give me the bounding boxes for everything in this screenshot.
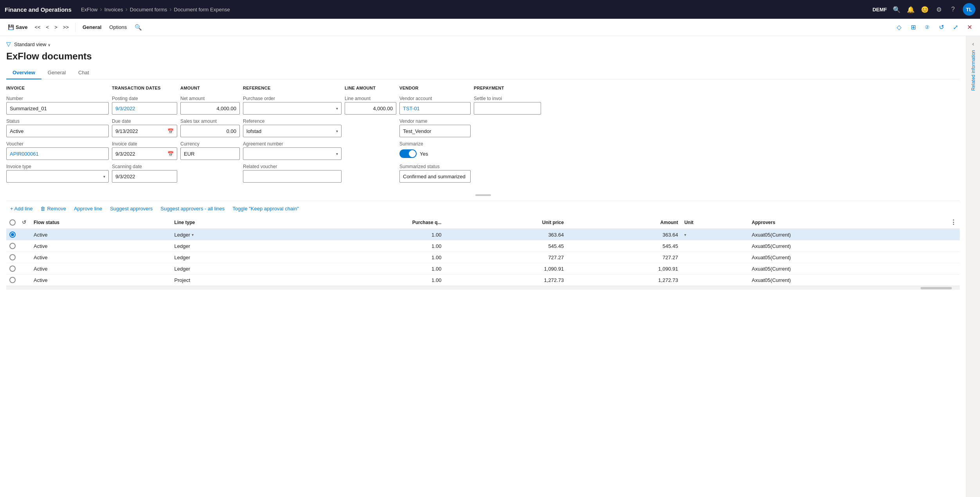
help-icon[interactable]: ? xyxy=(949,5,957,14)
summarize-toggle[interactable] xyxy=(399,149,417,158)
related-voucher-input[interactable] xyxy=(243,170,342,183)
table-row: ActiveLedger1.00727.27727.27Axuat05(Curr… xyxy=(6,252,960,263)
purchase-order-select[interactable]: ▾ xyxy=(243,102,342,115)
row-radio[interactable] xyxy=(9,243,16,249)
row-line-type[interactable]: Ledger xyxy=(171,263,289,275)
toolbar-search-icon[interactable]: 🔍 xyxy=(135,24,142,31)
breadcrumb-document-forms[interactable]: Document forms xyxy=(130,7,167,13)
user-avatar[interactable]: TL xyxy=(963,3,975,16)
approve-line-button[interactable]: Approve line xyxy=(70,204,106,213)
vendor-header: VENDOR xyxy=(399,86,471,92)
add-line-button[interactable]: + Add line xyxy=(6,204,36,213)
suggest-approvers-button[interactable]: Suggest approvers xyxy=(106,204,156,213)
invoice-date-calendar-icon[interactable]: 📅 xyxy=(167,151,174,157)
row-line-type[interactable]: Ledger▾ xyxy=(171,229,289,240)
row-radio[interactable] xyxy=(9,254,16,260)
row-line-type[interactable]: Ledger xyxy=(171,252,289,263)
trash-icon: 🗑 xyxy=(40,206,45,212)
expand-button[interactable]: ⤢ xyxy=(949,22,961,33)
close-button[interactable]: ✕ xyxy=(964,22,975,33)
nav-next-button[interactable]: > xyxy=(52,23,60,31)
amount-header: AMOUNT xyxy=(180,86,240,92)
save-label: Save xyxy=(16,24,27,30)
reference-chevron-down-icon: ▾ xyxy=(336,129,338,133)
refresh-header-icon[interactable]: ↺ xyxy=(22,219,26,225)
toggle-chain-button[interactable]: Toggle "Keep approval chain" xyxy=(228,204,303,213)
number-input[interactable]: Summarized_01 xyxy=(6,102,109,115)
nav-last-button[interactable]: >> xyxy=(61,23,71,31)
tab-chat[interactable]: Chat xyxy=(72,66,95,79)
view-label[interactable]: Standard view ∨ xyxy=(14,41,50,47)
search-nav-icon[interactable]: 🔍 xyxy=(892,5,901,14)
breadcrumb-invoices[interactable]: Invoices xyxy=(104,7,123,13)
unit-chevron-down-icon: ▾ xyxy=(684,233,686,237)
status-input[interactable]: Active xyxy=(6,125,109,137)
emoji-icon[interactable]: 😊 xyxy=(921,5,929,14)
invoice-type-select[interactable]: ▾ xyxy=(6,170,109,183)
net-amount-input[interactable]: 4,000.00 xyxy=(180,102,240,115)
remove-label: Remove xyxy=(47,206,66,212)
row-unit[interactable]: ▾ xyxy=(681,229,748,240)
invoice-type-label: Invoice type xyxy=(6,164,109,169)
agreement-number-select[interactable]: ▾ xyxy=(243,147,342,160)
summarized-status-label: Summarized status xyxy=(399,164,471,169)
nav-first-button[interactable]: << xyxy=(32,23,43,31)
scroll-handle[interactable] xyxy=(6,193,960,197)
scanning-date-label: Scanning date xyxy=(112,164,177,169)
bottom-scrollbar[interactable] xyxy=(6,286,960,290)
invoice-date-input[interactable]: 9/3/2022 📅 xyxy=(112,147,177,160)
column-options-icon[interactable]: ⋮ xyxy=(950,219,957,226)
row-refresh-cell xyxy=(19,229,31,240)
filter-icon[interactable]: ▽ xyxy=(6,41,11,48)
due-date-input[interactable]: 9/13/2022 📅 xyxy=(112,125,177,137)
row-line-type[interactable]: Ledger xyxy=(171,240,289,252)
breadcrumb-exflow[interactable]: ExFlow xyxy=(81,7,98,13)
breadcrumb: ExFlow › Invoices › Document forms › Doc… xyxy=(81,6,869,13)
vendor-name-input[interactable]: Test_Vendor xyxy=(399,125,471,137)
right-panel[interactable]: ‹ Related information xyxy=(966,36,980,497)
row-radio[interactable] xyxy=(9,231,16,238)
menu-options-button[interactable]: Options xyxy=(106,23,130,32)
net-amount-label: Net amount xyxy=(180,96,240,101)
reference-select[interactable]: lofstad ▾ xyxy=(243,125,342,137)
save-button[interactable]: 💾 Save xyxy=(5,23,31,32)
refresh-toolbar-button[interactable]: ↺ xyxy=(935,22,947,33)
sales-tax-field-group: Sales tax amount 0.00 xyxy=(180,118,240,137)
row-radio[interactable] xyxy=(9,277,16,283)
row-amount: 363.64 xyxy=(567,229,681,240)
sales-tax-input[interactable]: 0.00 xyxy=(180,125,240,137)
summarized-status-input[interactable]: Confirmed and summarized xyxy=(399,170,471,183)
nav-prev-button[interactable]: < xyxy=(44,23,52,31)
row-unit xyxy=(681,252,748,263)
agreement-number-chevron-down-icon: ▾ xyxy=(336,152,338,156)
chevron-left-icon[interactable]: ‹ xyxy=(972,41,974,47)
summarize-toggle-row: Yes xyxy=(399,147,471,160)
panel-button[interactable]: ⊞ xyxy=(907,22,919,33)
tab-general[interactable]: General xyxy=(41,66,72,79)
line-amount-input[interactable]: 4,000.00 xyxy=(345,102,396,115)
due-date-calendar-icon[interactable]: 📅 xyxy=(167,128,174,134)
scanning-date-input[interactable]: 9/3/2022 xyxy=(112,170,177,183)
select-all-radio[interactable] xyxy=(9,219,16,226)
currency-input[interactable]: EUR xyxy=(180,147,240,160)
suggest-approvers-all-button[interactable]: Suggest approvers - all lines xyxy=(156,204,228,213)
settings-icon[interactable]: ⚙ xyxy=(935,5,943,14)
diamond-button[interactable]: ◇ xyxy=(893,22,905,33)
row-flow-status: Active xyxy=(31,240,171,252)
remove-button[interactable]: 🗑 Remove xyxy=(36,204,70,213)
row-radio[interactable] xyxy=(9,266,16,272)
voucher-input[interactable]: APIR000061 xyxy=(6,147,109,160)
vendor-account-input[interactable]: TST-01 xyxy=(399,102,471,115)
bell-icon[interactable]: 🔔 xyxy=(906,5,915,14)
settle-input[interactable] xyxy=(474,102,541,115)
row-approvers: Axuat05(Current) xyxy=(749,275,947,286)
row-amount: 1,272.73 xyxy=(567,275,681,286)
transaction-dates-column: TRANSACTION DATES Posting date 9/3/2022 … xyxy=(112,86,180,190)
help-badge-button[interactable]: ② xyxy=(921,22,933,33)
tab-overview[interactable]: Overview xyxy=(6,66,41,79)
menu-general-button[interactable]: General xyxy=(79,23,104,32)
breadcrumb-document-form-expense[interactable]: Document form Expense xyxy=(174,7,230,13)
invoice-date-field-group: Invoice date 9/3/2022 📅 xyxy=(112,141,177,160)
posting-date-input[interactable]: 9/3/2022 xyxy=(112,102,177,115)
row-line-type[interactable]: Project xyxy=(171,275,289,286)
